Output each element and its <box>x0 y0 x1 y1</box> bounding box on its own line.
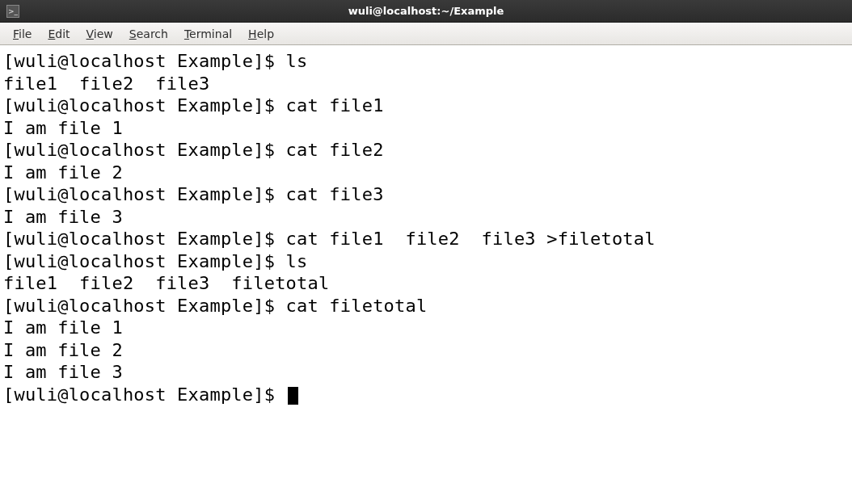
menu-file[interactable]: File <box>5 25 40 43</box>
terminal-app-icon: >_ <box>6 5 19 18</box>
menubar: File Edit View Search Terminal Help <box>0 23 852 45</box>
terminal-viewport[interactable]: [wuli@localhost Example]$ lsfile1 file2 … <box>0 45 852 409</box>
menu-terminal[interactable]: Terminal <box>176 25 240 43</box>
terminal-output-line: I am file 3 <box>3 206 849 229</box>
menu-search[interactable]: Search <box>121 25 176 43</box>
terminal-output-line: file1 file2 file3 filetotal <box>3 272 849 295</box>
menu-edit[interactable]: Edit <box>40 25 78 43</box>
window-title: wuli@localhost:~/Example <box>0 5 852 17</box>
menu-view[interactable]: View <box>78 25 121 43</box>
terminal-output-line: file1 file2 file3 <box>3 73 849 95</box>
menu-help[interactable]: Help <box>240 25 282 43</box>
terminal-command-line: [wuli@localhost Example]$ ls <box>3 250 849 273</box>
terminal-cursor <box>288 387 298 405</box>
terminal-output-line: I am file 1 <box>3 317 849 339</box>
terminal-output-line: I am file 2 <box>3 162 849 184</box>
terminal-command-line: [wuli@localhost Example]$ ls <box>3 50 849 73</box>
terminal-output-line: I am file 1 <box>3 117 849 140</box>
terminal-command-line: [wuli@localhost Example]$ cat file1 <box>3 94 849 117</box>
terminal-command-line: [wuli@localhost Example]$ cat file1 file… <box>3 228 849 250</box>
terminal-output-line: I am file 3 <box>3 361 849 384</box>
terminal-command-line: [wuli@localhost Example]$ cat file3 <box>3 183 849 206</box>
window-titlebar: >_ wuli@localhost:~/Example <box>0 0 852 23</box>
terminal-command-line: [wuli@localhost Example]$ cat filetotal <box>3 295 849 317</box>
terminal-prompt-line: [wuli@localhost Example]$ <box>3 384 849 406</box>
terminal-output-line: I am file 2 <box>3 339 849 362</box>
terminal-command-line: [wuli@localhost Example]$ cat file2 <box>3 139 849 162</box>
